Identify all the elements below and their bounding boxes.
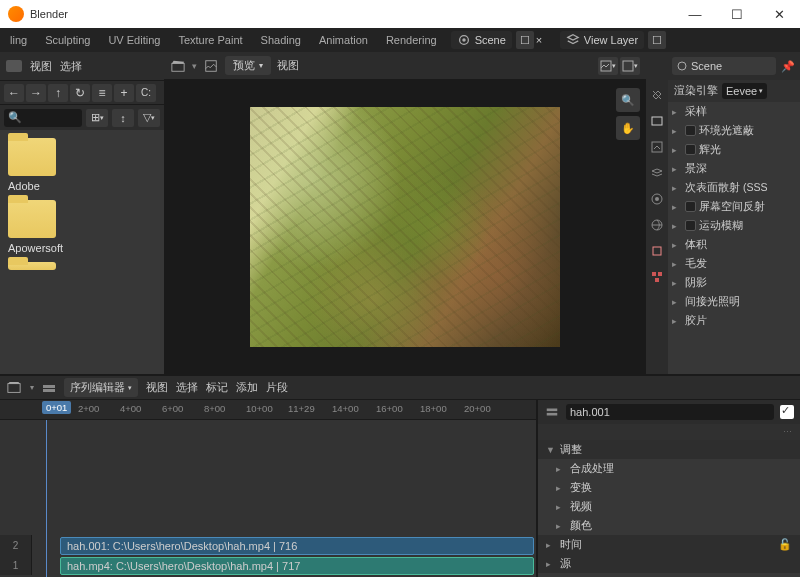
transform-row[interactable]: ▸变换 xyxy=(538,478,800,497)
nav-up-button[interactable]: ↑ xyxy=(48,84,68,102)
tab-animation[interactable]: Animation xyxy=(311,31,376,49)
panel-options-icon[interactable]: ⋯ xyxy=(783,427,792,437)
timeline[interactable]: 0+01 2+004+006+008+0010+0011+2914+0016+0… xyxy=(0,400,536,577)
svg-rect-3 xyxy=(206,60,217,71)
tab-modeling[interactable]: ling xyxy=(2,31,35,49)
seq-marker-menu[interactable]: 标记 xyxy=(206,380,228,395)
vp-view-menu[interactable]: 视图 xyxy=(277,58,299,73)
seq-view-menu[interactable]: 视图 xyxy=(146,380,168,395)
nav-forward-button[interactable]: → xyxy=(26,84,46,102)
scene-pin[interactable]: Scene xyxy=(672,57,776,75)
filebrowser-icon[interactable] xyxy=(6,60,22,72)
tab-uv-editing[interactable]: UV Editing xyxy=(100,31,168,49)
property-row[interactable]: ▸运动模糊 xyxy=(668,216,800,235)
timeline-tracks[interactable]: 2 1 hah.001: C:\Users\hero\Desktop\hah.m… xyxy=(0,420,536,577)
property-row[interactable]: ▸辉光 xyxy=(668,140,800,159)
gizmo-button[interactable]: ▾ xyxy=(620,57,640,75)
object-tab-icon[interactable] xyxy=(648,242,666,260)
strip-name-input[interactable]: hah.001 xyxy=(566,404,774,420)
checkbox[interactable] xyxy=(685,144,696,155)
preview-canvas[interactable] xyxy=(164,80,646,374)
source-section[interactable]: ▸源 xyxy=(538,554,800,573)
scene-new-button[interactable]: ☐ xyxy=(516,31,534,49)
scene-tab-icon[interactable] xyxy=(648,190,666,208)
scene-selector[interactable]: Scene xyxy=(451,31,512,49)
property-row[interactable]: ▸体积 xyxy=(668,235,800,254)
property-row[interactable]: ▸屏幕空间反射 xyxy=(668,197,800,216)
tab-shading[interactable]: Shading xyxy=(253,31,309,49)
clapper-icon[interactable] xyxy=(170,59,186,73)
seq-add-menu[interactable]: 添加 xyxy=(236,380,258,395)
property-row[interactable]: ▸景深 xyxy=(668,159,800,178)
filter-button[interactable]: ▽▾ xyxy=(138,109,160,127)
display-grid-button[interactable]: ⊞▾ xyxy=(86,109,108,127)
property-row[interactable]: ▸阴影 xyxy=(668,273,800,292)
property-row[interactable]: ▸毛发 xyxy=(668,254,800,273)
seq-select-menu[interactable]: 选择 xyxy=(176,380,198,395)
nav-back-button[interactable]: ← xyxy=(4,84,24,102)
sequencer-icon[interactable] xyxy=(6,381,22,395)
ruler-tick: 6+00 xyxy=(162,403,183,414)
compositing-row[interactable]: ▸合成处理 xyxy=(538,459,800,478)
minimize-button[interactable]: — xyxy=(674,0,716,28)
search-input[interactable]: 🔍 xyxy=(4,109,82,127)
time-section[interactable]: ▸时间🔓 xyxy=(538,535,800,554)
color-row[interactable]: ▸颜色 xyxy=(538,516,800,535)
pan-icon[interactable]: ✋ xyxy=(616,116,640,140)
strip-mute-checkbox[interactable] xyxy=(780,405,794,419)
viewlayer-new-button[interactable]: ☐ xyxy=(648,31,666,49)
sequencer-mode-dropdown[interactable]: 序列编辑器▾ xyxy=(64,378,138,397)
layers-icon xyxy=(566,33,580,47)
checkbox[interactable] xyxy=(685,220,696,231)
property-row[interactable]: ▸胶片 xyxy=(668,311,800,330)
ruler-tick: 2+00 xyxy=(78,403,99,414)
nav-drive-button[interactable]: C: xyxy=(136,84,156,102)
nav-newdir-button[interactable]: + xyxy=(114,84,134,102)
preview-mode-dropdown[interactable]: 预览▾ xyxy=(225,56,271,75)
seq-strip-menu[interactable]: 片段 xyxy=(266,380,288,395)
viewlayer-selector[interactable]: View Layer xyxy=(560,31,644,49)
video-row[interactable]: ▸视频 xyxy=(538,497,800,516)
svg-rect-18 xyxy=(43,389,55,392)
folder-item[interactable] xyxy=(8,262,156,270)
property-row[interactable]: ▸采样 xyxy=(668,102,800,121)
pin-button[interactable]: 📌 xyxy=(780,58,796,74)
sequencer: ▾ 序列编辑器▾ 视图 选择 标记 添加 片段 0+01 2+004+006+0… xyxy=(0,374,800,577)
property-row[interactable]: ▸环境光遮蔽 xyxy=(668,121,800,140)
nav-refresh-button[interactable]: ↻ xyxy=(70,84,90,102)
zoom-icon[interactable]: 🔍 xyxy=(616,88,640,112)
render-engine-dropdown[interactable]: Eevee▾ xyxy=(722,83,767,99)
editor-dropdown-icon[interactable]: ▾ xyxy=(192,61,197,71)
adjust-section[interactable]: ▼调整 xyxy=(538,440,800,459)
overlay-button[interactable]: ▾ xyxy=(598,57,618,75)
tab-sculpting[interactable]: Sculpting xyxy=(37,31,98,49)
video-strip[interactable]: hah.001: C:\Users\hero\Desktop\hah.mp4 |… xyxy=(60,537,534,555)
folder-item[interactable]: Apowersoft xyxy=(8,200,156,254)
timeline-ruler[interactable]: 0+01 2+004+006+008+0010+0011+2914+0016+0… xyxy=(0,400,536,420)
checkbox[interactable] xyxy=(685,201,696,212)
scene-close-button[interactable]: × xyxy=(536,34,550,46)
tool-tab-icon[interactable] xyxy=(648,86,666,104)
fb-select-menu[interactable]: 选择 xyxy=(60,59,82,74)
fb-view-menu[interactable]: 视图 xyxy=(30,59,52,74)
tab-rendering[interactable]: Rendering xyxy=(378,31,445,49)
output-tab-icon[interactable] xyxy=(648,138,666,156)
viewlayer-tab-icon[interactable] xyxy=(648,164,666,182)
checkbox[interactable] xyxy=(685,125,696,136)
tab-texture-paint[interactable]: Texture Paint xyxy=(170,31,250,49)
nav-list-button[interactable]: ≡ xyxy=(92,84,112,102)
current-frame[interactable]: 0+01 xyxy=(42,401,71,414)
video-strip[interactable]: hah.mp4: C:\Users\hero\Desktop\hah.mp4 |… xyxy=(60,557,534,575)
lock-icon[interactable]: 🔓 xyxy=(778,538,792,551)
strip-properties: hah.001 ⋯ ▼调整 ▸合成处理 ▸变换 ▸视频 ▸颜色 ▸时间🔓 ▸源 xyxy=(536,400,800,577)
property-row[interactable]: ▸次表面散射 (SSS xyxy=(668,178,800,197)
playhead[interactable] xyxy=(46,420,47,577)
render-tab-icon[interactable] xyxy=(648,112,666,130)
maximize-button[interactable]: ☐ xyxy=(716,0,758,28)
texture-tab-icon[interactable] xyxy=(648,268,666,286)
property-row[interactable]: ▸间接光照明 xyxy=(668,292,800,311)
world-tab-icon[interactable] xyxy=(648,216,666,234)
sort-button[interactable]: ↕ xyxy=(112,109,134,127)
folder-item[interactable]: Adobe xyxy=(8,138,156,192)
close-button[interactable]: ✕ xyxy=(758,0,800,28)
